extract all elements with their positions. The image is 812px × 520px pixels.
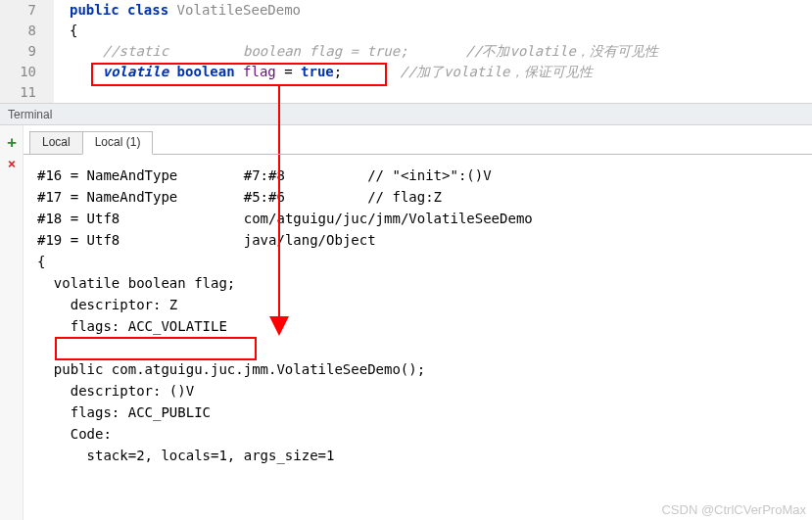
tab-local-1[interactable]: Local (1) <box>82 131 154 155</box>
terminal-tabs: Local Local (1) <box>24 125 812 155</box>
code-label: Code: <box>37 426 112 442</box>
keyword-public: public <box>70 2 119 18</box>
line-number: 10 <box>0 62 36 82</box>
line-number: 7 <box>0 0 36 21</box>
brace-open: { <box>70 23 77 38</box>
comment: //static boolean flag = true; <box>103 43 408 59</box>
terminal-tool-gutter: + × <box>0 125 24 520</box>
line-number: 8 <box>0 21 36 41</box>
flags-line: flags: ACC_PUBLIC <box>37 404 211 420</box>
stack-line: stack=2, locals=1, args_size=1 <box>37 448 334 463</box>
keyword-volatile: volatile <box>103 64 168 79</box>
keyword-boolean: boolean <box>177 64 235 79</box>
line-number: 9 <box>0 41 36 62</box>
code-line-11[interactable] <box>70 82 812 103</box>
equals: = <box>276 64 301 79</box>
add-terminal-icon[interactable]: + <box>0 131 24 153</box>
class-name: VolatileSeeDemo <box>177 2 301 18</box>
comment: //不加volatile，没有可见性 <box>466 43 658 59</box>
value-true: true <box>301 64 334 79</box>
terminal-content: Local Local (1) #16 = NameAndType #7:#8 … <box>24 125 812 520</box>
watermark: CSDN @CtrlCVerProMax <box>661 502 806 517</box>
cp-entry-17: #17 = NameAndType #5:#6 // flag:Z <box>37 189 442 205</box>
flags-line: flags: ACC_VOLATILE <box>37 318 227 334</box>
descriptor-line: descriptor: Z <box>37 297 177 312</box>
cp-entry-16: #16 = NameAndType #7:#8 // "<init>":()V <box>37 167 492 183</box>
terminal-output[interactable]: #16 = NameAndType #7:#8 // "<init>":()V … <box>24 155 812 466</box>
code-editor[interactable]: 7 8 9 10 11 public class VolatileSeeDemo… <box>0 0 812 104</box>
identifier-flag: flag <box>243 64 276 79</box>
semicolon: ; <box>334 64 342 79</box>
cp-entry-19: #19 = Utf8 java/lang/Object <box>37 232 376 248</box>
terminal-panel-title: Terminal <box>0 104 812 125</box>
code-line-9[interactable]: //static boolean flag = true; //不加volati… <box>70 41 812 62</box>
constructor-line: public com.atguigu.juc.jmm.VolatileSeeDe… <box>37 361 425 377</box>
comment: //加了volatile，保证可见性 <box>400 64 592 79</box>
line-number: 11 <box>0 82 36 103</box>
code-area[interactable]: public class VolatileSeeDemo { //static … <box>54 0 812 103</box>
line-number-gutter: 7 8 9 10 11 <box>0 0 54 103</box>
tab-local[interactable]: Local <box>29 131 83 155</box>
close-terminal-icon[interactable]: × <box>0 153 24 174</box>
descriptor-line: descriptor: ()V <box>37 383 194 399</box>
brace-open: { <box>37 254 45 269</box>
code-line-10[interactable]: volatile boolean flag = true; //加了volati… <box>70 62 812 82</box>
terminal-panel: + × Local Local (1) #16 = NameAndType #7… <box>0 125 812 520</box>
cp-entry-18: #18 = Utf8 com/atguigu/juc/jmm/VolatileS… <box>37 211 533 226</box>
keyword-class: class <box>127 2 168 18</box>
field-declaration: volatile boolean flag; <box>37 275 235 291</box>
code-line-8[interactable]: { <box>70 21 812 41</box>
code-line-7[interactable]: public class VolatileSeeDemo <box>70 0 812 21</box>
